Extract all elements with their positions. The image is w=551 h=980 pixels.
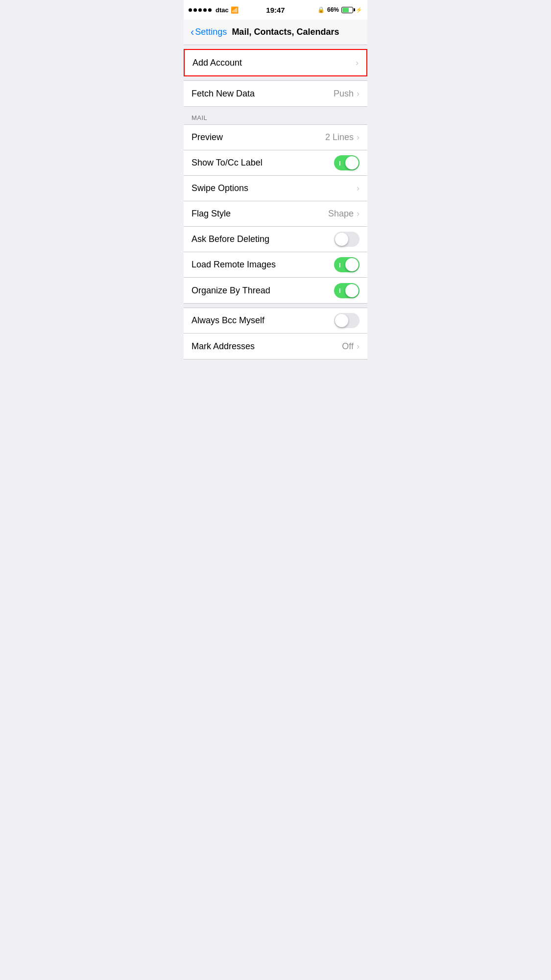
mail-section-header: MAIL: [184, 107, 367, 124]
carrier-name: dtac: [216, 6, 229, 14]
preview-right: 2 Lines ›: [325, 132, 359, 143]
dot-4: [203, 8, 207, 12]
add-account-label: Add Account: [192, 58, 242, 68]
fetch-new-data-right: Push ›: [334, 89, 359, 99]
load-remote-images-row[interactable]: Load Remote Images I: [184, 252, 367, 278]
wifi-icon: 📶: [231, 6, 239, 14]
swipe-options-row[interactable]: Swipe Options ›: [184, 176, 367, 201]
swipe-options-label: Swipe Options: [192, 183, 248, 193]
ask-before-deleting-label: Ask Before Deleting: [192, 234, 269, 244]
battery-container: [341, 7, 353, 13]
show-tocc-toggle[interactable]: I: [334, 155, 359, 170]
toggle-i-icon-2: I: [339, 261, 341, 268]
toggle-thumb-2: [335, 233, 348, 246]
toggle-thumb: [345, 156, 359, 169]
load-remote-images-label: Load Remote Images: [192, 260, 276, 270]
dot-2: [193, 8, 197, 12]
mark-addresses-value: Off: [342, 341, 354, 352]
toggle-i-icon-3: I: [339, 287, 341, 294]
status-left: dtac 📶: [189, 6, 239, 14]
nav-bar: ‹ Settings Mail, Contacts, Calendars: [184, 20, 367, 45]
add-account-chevron-icon: ›: [356, 58, 359, 68]
flag-style-label: Flag Style: [192, 209, 231, 219]
flag-style-row[interactable]: Flag Style Shape ›: [184, 201, 367, 227]
always-bcc-myself-toggle[interactable]: [334, 313, 359, 328]
battery-icon: [341, 7, 353, 13]
page-title: Mail, Contacts, Calendars: [232, 27, 339, 37]
battery-fill: [342, 8, 349, 12]
fetch-new-data-chevron-icon: ›: [357, 89, 359, 99]
organize-by-thread-label: Organize By Thread: [192, 286, 270, 296]
back-button[interactable]: ‹ Settings: [191, 27, 227, 38]
always-bcc-myself-label: Always Bcc Myself: [192, 315, 264, 326]
spacer-top: [184, 45, 367, 49]
preview-label: Preview: [192, 132, 223, 143]
preview-chevron-icon: ›: [357, 132, 359, 143]
fetch-new-data-row[interactable]: Fetch New Data Push ›: [184, 81, 367, 106]
mail-settings-group: Preview 2 Lines › Show To/Cc Label I Swi…: [184, 124, 367, 304]
toggle-i-icon: I: [339, 159, 341, 167]
always-bcc-myself-row[interactable]: Always Bcc Myself: [184, 308, 367, 334]
mark-addresses-label: Mark Addresses: [192, 341, 255, 352]
organize-by-thread-row[interactable]: Organize By Thread I: [184, 278, 367, 303]
ask-before-deleting-row[interactable]: Ask Before Deleting: [184, 227, 367, 252]
mark-addresses-row[interactable]: Mark Addresses Off ›: [184, 334, 367, 359]
spacer-fetch: [184, 76, 367, 80]
toggle-thumb-3: [345, 258, 359, 271]
mail-section-label: MAIL: [192, 114, 207, 121]
preview-value: 2 Lines: [325, 132, 354, 143]
status-right: 🔒 66% ⚡: [317, 6, 362, 13]
flag-style-right: Shape ›: [328, 209, 359, 219]
add-account-row[interactable]: Add Account ›: [185, 50, 366, 75]
dot-5: [208, 8, 212, 12]
signal-dots: [189, 8, 212, 12]
preview-row[interactable]: Preview 2 Lines ›: [184, 125, 367, 150]
fetch-new-data-label: Fetch New Data: [192, 89, 255, 99]
organize-by-thread-toggle[interactable]: I: [334, 283, 359, 298]
show-tocc-row[interactable]: Show To/Cc Label I: [184, 150, 367, 176]
swipe-options-chevron-icon: ›: [357, 183, 359, 193]
mark-addresses-chevron-icon: ›: [357, 341, 359, 352]
back-chevron-icon: ‹: [191, 27, 194, 38]
toggle-thumb-5: [335, 314, 348, 327]
back-label: Settings: [195, 27, 227, 37]
flag-style-chevron-icon: ›: [357, 209, 359, 219]
mark-addresses-right: Off ›: [342, 341, 359, 352]
load-remote-images-toggle[interactable]: I: [334, 257, 359, 272]
spacer-composing: [184, 304, 367, 308]
charging-bolt-icon: ⚡: [356, 7, 362, 13]
flag-style-value: Shape: [328, 209, 354, 219]
fetch-new-data-value: Push: [334, 89, 354, 99]
dot-1: [189, 8, 192, 12]
status-time: 19:47: [266, 6, 285, 14]
toggle-thumb-4: [345, 284, 359, 297]
dot-3: [198, 8, 202, 12]
fetch-new-data-group: Fetch New Data Push ›: [184, 80, 367, 107]
ask-before-deleting-toggle[interactable]: [334, 232, 359, 247]
swipe-options-right: ›: [357, 183, 359, 193]
show-tocc-label: Show To/Cc Label: [192, 158, 263, 168]
battery-percent: 66%: [327, 6, 339, 13]
lock-icon: 🔒: [317, 6, 325, 13]
composing-settings-group: Always Bcc Myself Mark Addresses Off ›: [184, 308, 367, 359]
status-bar: dtac 📶 19:47 🔒 66% ⚡: [184, 0, 367, 20]
add-account-wrapper: Add Account ›: [184, 49, 367, 76]
